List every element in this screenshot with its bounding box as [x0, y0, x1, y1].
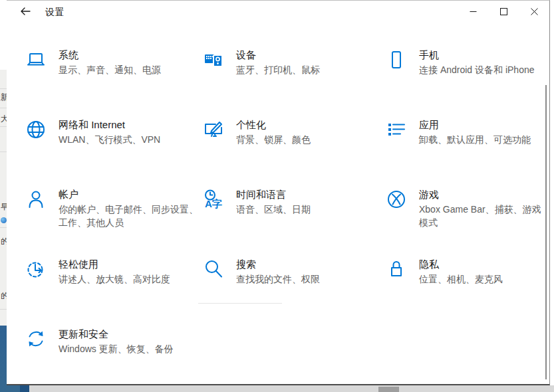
minimize-icon [470, 8, 477, 15]
tile-title: 时间和语言 [236, 188, 311, 201]
tile-title: 系统 [59, 49, 161, 62]
settings-tile-network[interactable]: 网络和 Internet WLAN、飞行模式、VPN [25, 118, 203, 188]
settings-window: 设置 系统 显示、声音、通知、电源 [7, 0, 550, 385]
settings-content: 系统 显示、声音、通知、电源 设备 蓝牙、打印机、鼠标 手机 连接 Androi… [7, 25, 544, 384]
tile-title: 游戏 [419, 188, 544, 201]
tile-subtitle: 语音、区域、日期 [236, 203, 311, 216]
tile-subtitle: WLAN、飞行模式、VPN [59, 133, 160, 146]
tile-subtitle: 卸载、默认应用、可选功能 [419, 133, 531, 146]
desktop-wallpaper-sliver [0, 326, 7, 392]
person-icon [25, 189, 47, 210]
caption-controls [458, 1, 549, 22]
globe-icon [25, 119, 47, 140]
back-button[interactable] [12, 1, 39, 22]
xbox-icon [386, 189, 407, 210]
tile-title: 更新和安全 [59, 328, 174, 341]
background-app-icon [1, 217, 7, 223]
settings-tile-personalization[interactable]: 个性化 背景、锁屏、颜色 [203, 118, 386, 188]
settings-tile-system[interactable]: 系统 显示、声音、通知、电源 [25, 49, 203, 118]
settings-tile-ease-of-access[interactable]: 轻松使用 讲述人、放大镜、高对比度 [25, 258, 203, 328]
lock-icon [386, 258, 407, 280]
tile-title: 帐户 [59, 188, 198, 201]
tile-subtitle: 连接 Android 设备和 iPhone [419, 63, 535, 76]
tile-title: 隐私 [419, 258, 503, 271]
search-icon [203, 258, 224, 280]
settings-tile-apps[interactable]: 应用 卸载、默认应用、可选功能 [386, 118, 544, 188]
laptop-icon [25, 49, 47, 70]
maximize-icon [500, 8, 507, 15]
tile-title: 个性化 [236, 118, 311, 132]
desktop-screen: 新 大 早 的 的 设置 [0, 0, 554, 392]
background-window-edge: 新 大 早 的 的 [0, 0, 7, 392]
settings-tile-devices[interactable]: 设备 蓝牙、打印机、鼠标 [203, 49, 386, 118]
close-button[interactable] [519, 1, 549, 22]
divider [198, 303, 282, 304]
settings-tile-search[interactable]: 搜索 查找我的文件、权限 [203, 258, 386, 328]
tile-subtitle: 背景、锁屏、颜色 [236, 133, 311, 146]
tile-subtitle: 位置、相机、麦克风 [419, 272, 503, 286]
tile-title: 应用 [419, 118, 531, 132]
devices-icon [203, 49, 224, 70]
tile-subtitle: Xbox Game Bar、捕获、游戏模式 [419, 203, 544, 229]
tile-title: 手机 [419, 49, 535, 62]
settings-tile-phone[interactable]: 手机 连接 Android 设备和 iPhone [386, 49, 544, 118]
ease-icon [25, 258, 47, 280]
time-language-icon [203, 189, 224, 210]
tile-title: 搜索 [236, 258, 320, 271]
tile-subtitle: Windows 更新、恢复、备份 [59, 342, 174, 355]
tile-subtitle: 你的帐户、电子邮件、同步设置、工作、其他人员 [59, 203, 198, 229]
taskbar-icon-sliver [20, 385, 29, 392]
settings-tile-privacy[interactable]: 隐私 位置、相机、麦克风 [386, 258, 544, 328]
taskbar-sliver [0, 385, 554, 392]
vertical-scrollbar[interactable] [545, 85, 547, 379]
maximize-button[interactable] [488, 1, 519, 22]
tile-subtitle: 蓝牙、打印机、鼠标 [236, 63, 320, 76]
settings-tile-update-security[interactable]: 更新和安全 Windows 更新、恢复、备份 [25, 328, 203, 384]
minimize-button[interactable] [458, 1, 488, 22]
sync-icon [25, 328, 47, 349]
close-icon [531, 8, 538, 15]
taskbar-item-sliver [378, 387, 399, 392]
apps-icon [386, 119, 407, 140]
tile-subtitle: 讲述人、放大镜、高对比度 [59, 272, 170, 286]
window-title: 设置 [45, 7, 65, 19]
phone-icon [386, 49, 407, 70]
tile-subtitle: 查找我的文件、权限 [236, 272, 320, 286]
tile-title: 轻松使用 [59, 258, 170, 271]
settings-tile-accounts[interactable]: 帐户 你的帐户、电子邮件、同步设置、工作、其他人员 [25, 188, 203, 258]
tile-title: 设备 [236, 49, 320, 62]
settings-grid: 系统 显示、声音、通知、电源 设备 蓝牙、打印机、鼠标 手机 连接 Androi… [25, 49, 544, 384]
settings-tile-time-language[interactable]: 时间和语言 语音、区域、日期 [203, 188, 386, 258]
personalize-icon [203, 119, 224, 140]
titlebar[interactable]: 设置 [7, 1, 549, 25]
settings-tile-gaming[interactable]: 游戏 Xbox Game Bar、捕获、游戏模式 [386, 188, 544, 258]
tile-subtitle: 显示、声音、通知、电源 [59, 63, 161, 76]
tile-title: 网络和 Internet [59, 118, 160, 132]
